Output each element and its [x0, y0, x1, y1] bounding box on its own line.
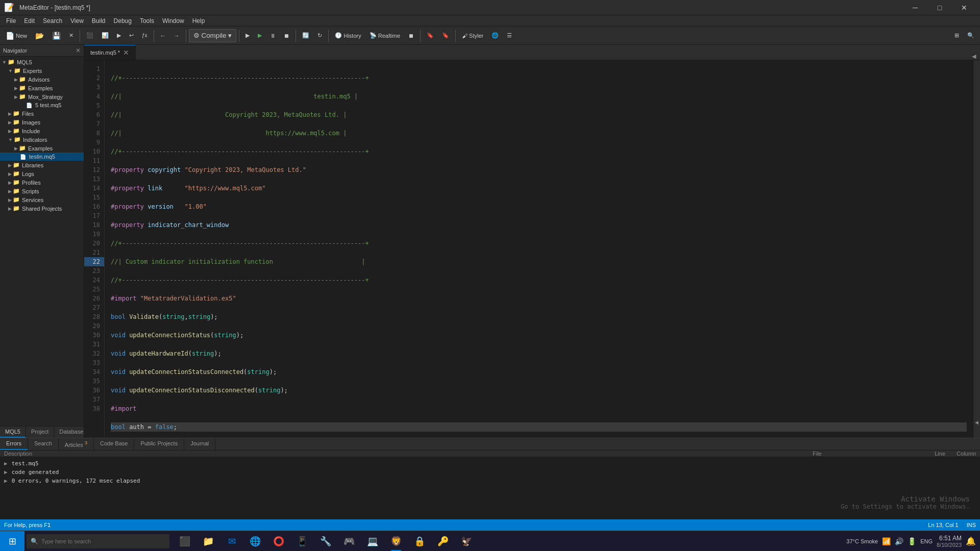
taskbar-app5[interactable]: 🔑: [432, 531, 454, 552]
mql5-button[interactable]: 🌐: [488, 29, 502, 43]
open-button[interactable]: 📂: [32, 29, 47, 43]
taskbar-app6[interactable]: 🦅: [455, 531, 478, 552]
taskbar-search-box[interactable]: 🔍: [27, 534, 169, 548]
tab-collapse-button[interactable]: ◀: [968, 53, 980, 60]
menu-edit[interactable]: Edit: [20, 16, 39, 26]
menu-search[interactable]: Search: [39, 16, 66, 26]
taskbar-explorer[interactable]: 📁: [197, 531, 219, 552]
title-bar-title: MetaEditor - [testin.mq5 *]: [19, 4, 90, 11]
tree-folder-logs[interactable]: ▶ 📁 Logs: [0, 169, 84, 178]
tree-folder-files[interactable]: ▶ 📁 Files: [0, 109, 84, 118]
tree-file-test-mq5[interactable]: 📄 5 test.mq5: [0, 101, 84, 109]
editor-tab-close-button[interactable]: ✕: [123, 48, 129, 57]
taskbar-mail[interactable]: ✉: [220, 531, 243, 552]
tree-folder-scripts[interactable]: ▶ 📁 Scripts: [0, 187, 84, 195]
output-row-0[interactable]: ▶ test.mq5: [2, 459, 978, 468]
history-icon: 🕐: [335, 32, 342, 39]
maximize-button[interactable]: □: [928, 0, 951, 15]
search-toolbar-button[interactable]: 🔍: [964, 29, 978, 43]
step-button[interactable]: ⏸: [266, 29, 279, 43]
new-button[interactable]: 📄 New: [2, 29, 31, 43]
tree-folder-images[interactable]: ▶ 📁 Images: [0, 118, 84, 127]
view-chart-button[interactable]: 📊: [98, 29, 112, 43]
tree-folder-indicators[interactable]: ▼ 📁 Indicators: [0, 135, 84, 144]
output-tab-public-projects[interactable]: Public Projects: [134, 438, 184, 450]
taskbar-vscode[interactable]: 🔧: [314, 531, 337, 552]
realtime-button[interactable]: 📡 Realtime: [366, 29, 404, 43]
navigator-close-button[interactable]: ✕: [76, 47, 81, 54]
close-file-icon: ✕: [69, 32, 74, 39]
play-green-button[interactable]: ▶: [254, 29, 265, 43]
menu-tools[interactable]: Tools: [136, 16, 158, 26]
view-editor-button[interactable]: ⬛: [83, 29, 97, 43]
taskbar-taskview[interactable]: ⬛: [174, 531, 196, 552]
menu-build[interactable]: Build: [88, 16, 110, 26]
tree-folder-libraries[interactable]: ▶ 📁 Libraries: [0, 161, 84, 169]
output-tab-codebase[interactable]: Code Base: [94, 438, 134, 450]
play-button[interactable]: ▶: [242, 29, 253, 43]
tree-root-mql5[interactable]: ▼ 📁 MQL5: [0, 58, 84, 66]
output-row-1[interactable]: ▶ code generated: [2, 468, 978, 477]
run-button[interactable]: ▶: [113, 29, 125, 43]
taskbar-date: 8/10/2023: [937, 542, 962, 548]
close-button[interactable]: ✕: [952, 0, 976, 15]
save-button[interactable]: 💾: [48, 29, 64, 43]
refresh-button[interactable]: 🔄: [299, 29, 313, 43]
bookmark2-button[interactable]: 🔖: [438, 29, 453, 43]
taskbar-app3[interactable]: 💻: [361, 531, 384, 552]
func-button[interactable]: ƒx: [138, 29, 151, 43]
tree-folder-advisors[interactable]: ▶ 📁 Advisors: [0, 75, 84, 84]
compile-button[interactable]: ⚙ Compile ▾: [189, 29, 237, 42]
output-row-2[interactable]: ▶ 0 errors, 0 warnings, 172 msec elapsed: [2, 477, 978, 485]
tree-file-testin-mq5[interactable]: 📄 testin.mq5: [0, 153, 84, 161]
taskbar-clock[interactable]: 6:51 AM 8/10/2023: [937, 535, 962, 548]
tree-folder-services[interactable]: ▶ 📁 Services: [0, 195, 84, 204]
tree-folder-examples[interactable]: ▶ 📁 Examples: [0, 84, 84, 92]
output-tab-search[interactable]: Search: [28, 438, 59, 450]
back-button[interactable]: ←: [157, 29, 169, 43]
taskbar-search-input[interactable]: [41, 538, 165, 544]
tree-folder-profiles[interactable]: ▶ 📁 Profiles: [0, 178, 84, 187]
filter-button[interactable]: ⊞: [951, 29, 963, 43]
tree-folder-experts[interactable]: ▼ 📁 Experts: [0, 66, 84, 75]
menu-view[interactable]: View: [66, 16, 88, 26]
code-editor[interactable]: 1 2 3 4 5 6 7 8 9 10 11 12 13 14: [84, 60, 973, 438]
step2-button[interactable]: ⏹: [280, 29, 293, 43]
menu-file[interactable]: File: [2, 16, 20, 26]
close-file-button[interactable]: ✕: [65, 29, 77, 43]
start-button[interactable]: ⊞: [0, 531, 24, 552]
code-content[interactable]: //+-------------------------------------…: [105, 60, 973, 438]
status-bar-left: For Help, press F1: [4, 522, 51, 528]
history-button[interactable]: 🕐 History: [331, 29, 364, 43]
bookmark-button[interactable]: 🔖: [423, 29, 437, 43]
nav-tab-mql5[interactable]: MQL5: [0, 427, 26, 438]
taskbar-app4[interactable]: 🔒: [408, 531, 431, 552]
output-tab-journal[interactable]: Journal: [184, 438, 215, 450]
output-tab-articles[interactable]: Articles 3: [59, 438, 94, 450]
menu-debug[interactable]: Debug: [110, 16, 136, 26]
styler-button[interactable]: 🖌 Styler: [458, 29, 487, 43]
nav-tab-project[interactable]: Project: [26, 427, 54, 438]
menu-help[interactable]: Help: [188, 16, 209, 26]
menu-window[interactable]: Window: [158, 16, 188, 26]
forward-button[interactable]: →: [170, 29, 183, 43]
taskbar-notification-icon[interactable]: 🔔: [966, 536, 976, 546]
settings-button[interactable]: ☰: [503, 29, 516, 43]
editor-right-collapse-button[interactable]: ◀: [973, 60, 980, 438]
minimize-button[interactable]: ─: [903, 0, 927, 15]
taskbar-ff[interactable]: ⭕: [267, 531, 290, 552]
undo-button[interactable]: ↩: [126, 29, 137, 43]
output-tab-errors[interactable]: Errors: [0, 438, 28, 450]
tree-folder-shared-projects[interactable]: ▶ 📁 Shared Projects: [0, 204, 84, 213]
status-insert-mode: INS: [967, 522, 976, 528]
taskbar-app1[interactable]: 📱: [291, 531, 313, 552]
taskbar-metaeditor[interactable]: 🦁: [385, 531, 407, 552]
tree-folder-examples2[interactable]: ▶ 📁 Examples: [0, 144, 84, 153]
taskbar-app2[interactable]: 🎮: [338, 531, 360, 552]
stop-button[interactable]: ⏹: [405, 29, 418, 43]
tree-folder-mox-strategy[interactable]: ▶ 📁 Mox_Strategy: [0, 92, 84, 101]
refresh2-button[interactable]: ↻: [314, 29, 326, 43]
editor-tab-testin[interactable]: testin.mq5 * ✕: [84, 45, 136, 60]
taskbar-chrome[interactable]: 🌐: [244, 531, 266, 552]
tree-folder-include[interactable]: ▶ 📁 Include: [0, 127, 84, 135]
